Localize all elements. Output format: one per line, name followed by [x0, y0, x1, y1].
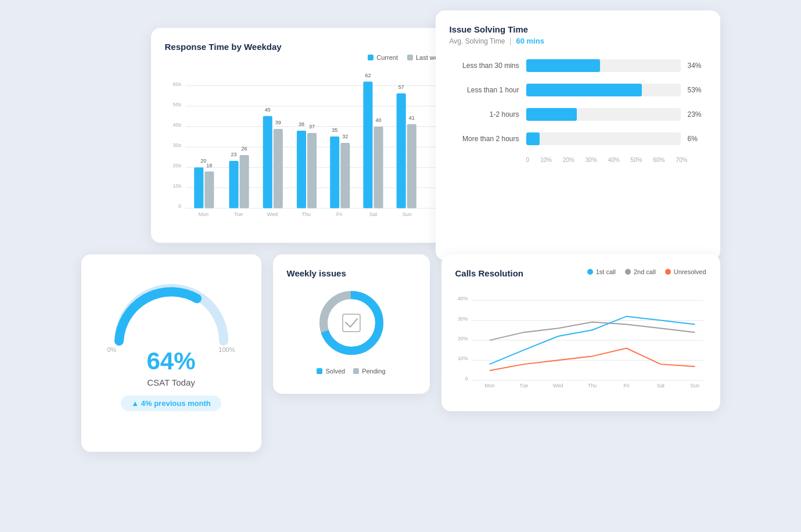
hbar-row-4: More than 2 hours 6% — [450, 132, 706, 145]
csat-pct-0: 0% — [107, 346, 117, 353]
svg-text:40s: 40s — [173, 122, 181, 128]
donut-svg — [314, 285, 389, 361]
legend-solved: Solved — [317, 368, 345, 375]
csat-gauge-wrap: 0% 100% 64% CSAT Today ▲ 4% previous mon… — [95, 268, 247, 411]
second-call-dot — [625, 269, 631, 275]
pending-label: Pending — [362, 368, 385, 375]
svg-rect-40 — [363, 82, 372, 209]
current-label: Current — [376, 54, 398, 61]
calls-resolution-card: Calls Resolution 1st call 2nd call Unres… — [441, 254, 720, 411]
svg-text:Sun: Sun — [690, 383, 699, 389]
csat-gauge-svg — [107, 274, 235, 350]
svg-text:10%: 10% — [457, 355, 468, 361]
weekly-issues-title: Weekly issues — [287, 268, 416, 278]
svg-text:38: 38 — [298, 121, 304, 127]
svg-rect-46 — [407, 124, 416, 209]
svg-text:35: 35 — [332, 127, 337, 133]
x-axis-60: 60% — [653, 157, 664, 163]
svg-rect-26 — [273, 129, 282, 209]
svg-text:20%: 20% — [457, 336, 468, 342]
unresolved-label: Unresolved — [674, 268, 706, 275]
svg-text:26: 26 — [241, 146, 247, 152]
hbar-row-3: 1-2 hours 23% — [450, 108, 706, 121]
svg-text:Sat: Sat — [656, 383, 664, 389]
svg-text:40%: 40% — [457, 296, 468, 301]
hbar-pct-3: 23% — [688, 110, 706, 118]
response-time-card: Response Time by Weekday Current Last we… — [151, 28, 459, 243]
svg-text:40: 40 — [375, 117, 381, 123]
hbar-track-2 — [526, 84, 681, 96]
svg-rect-21 — [239, 155, 249, 208]
svg-text:Wed: Wed — [552, 383, 563, 389]
response-chart-svg: 0 10s 20s 30s 40s 50s 60s 70s 20 — [165, 66, 445, 222]
current-dot — [368, 55, 373, 60]
svg-text:20: 20 — [200, 158, 206, 164]
weekly-issues-card: Weekly issues Solved Pending — [273, 254, 430, 394]
issue-solving-card: Issue Solving Time Avg. Solving Time | 6… — [436, 10, 720, 260]
hbar-track-4 — [526, 132, 681, 145]
svg-text:Sun: Sun — [402, 211, 411, 217]
svg-text:32: 32 — [342, 134, 348, 139]
svg-rect-20 — [229, 161, 238, 208]
svg-text:70s: 70s — [173, 66, 181, 66]
svg-rect-41 — [373, 127, 383, 209]
svg-text:10s: 10s — [173, 183, 181, 189]
response-bar-chart: 0 10s 20s 30s 40s 50s 60s 70s 20 — [165, 66, 445, 222]
svg-text:20s: 20s — [173, 163, 181, 168]
donut-legend: Solved Pending — [317, 368, 385, 375]
svg-rect-52 — [343, 314, 360, 332]
svg-rect-35 — [330, 136, 339, 209]
second-call-label: 2nd call — [634, 268, 656, 275]
csat-badge: ▲ 4% previous month — [121, 396, 221, 411]
svg-text:Sat: Sat — [369, 211, 377, 217]
csat-value: 64% — [146, 347, 195, 375]
svg-text:50s: 50s — [173, 102, 181, 107]
hbar-fill-1 — [526, 59, 601, 72]
issue-avg-value: 60 mins — [516, 37, 544, 45]
svg-rect-45 — [396, 94, 405, 209]
legend-unresolved: Unresolved — [665, 268, 706, 275]
svg-text:Mon: Mon — [198, 211, 209, 217]
lastweek-dot — [407, 55, 413, 60]
svg-text:Thu: Thu — [588, 383, 597, 389]
csat-label: CSAT Today — [147, 378, 195, 387]
hbar-track-1 — [526, 59, 681, 72]
csat-pct-100: 100% — [218, 346, 235, 353]
svg-rect-31 — [307, 133, 317, 209]
legend-current: Current — [368, 54, 398, 61]
svg-rect-25 — [263, 116, 272, 209]
donut-wrap: Solved Pending — [287, 281, 416, 375]
svg-text:30%: 30% — [457, 316, 468, 322]
svg-text:Fri: Fri — [336, 211, 342, 217]
svg-text:Tue: Tue — [234, 211, 242, 217]
svg-text:Thu: Thu — [301, 211, 311, 217]
svg-text:23: 23 — [231, 152, 236, 157]
legend-pending: Pending — [353, 368, 385, 375]
svg-rect-30 — [296, 131, 306, 209]
solved-dot — [317, 368, 322, 374]
first-call-label: 1st call — [596, 268, 616, 275]
x-axis-40: 40% — [608, 157, 620, 163]
hbar-pct-4: 6% — [688, 135, 706, 143]
svg-text:57: 57 — [398, 84, 404, 90]
hbar-x-axis: 0 10% 20% 30% 40% 50% 60% 70% — [526, 157, 706, 163]
unresolved-dot — [665, 269, 671, 275]
hbar-pct-1: 34% — [688, 62, 706, 70]
hbar-container: Less than 30 mins 34% Less than 1 hour 5… — [450, 59, 706, 145]
solved-label: Solved — [325, 368, 345, 375]
x-axis-0: 0 — [526, 157, 530, 163]
hbar-pct-2: 53% — [688, 86, 706, 94]
x-axis-10: 10% — [540, 157, 552, 163]
x-axis-30: 30% — [586, 157, 597, 163]
dashboard: Response Time by Weekday Current Last we… — [81, 28, 720, 504]
x-axis-50: 50% — [631, 157, 642, 163]
svg-text:60s: 60s — [173, 81, 181, 87]
svg-text:0: 0 — [465, 376, 468, 382]
first-call-dot — [587, 269, 593, 275]
svg-text:62: 62 — [365, 73, 371, 78]
csat-card: 0% 100% 64% CSAT Today ▲ 4% previous mon… — [81, 254, 261, 452]
response-time-legend: Current Last week — [165, 54, 445, 61]
hbar-fill-3 — [526, 108, 577, 121]
svg-text:45: 45 — [264, 107, 270, 113]
hbar-row-1: Less than 30 mins 34% — [450, 59, 706, 72]
